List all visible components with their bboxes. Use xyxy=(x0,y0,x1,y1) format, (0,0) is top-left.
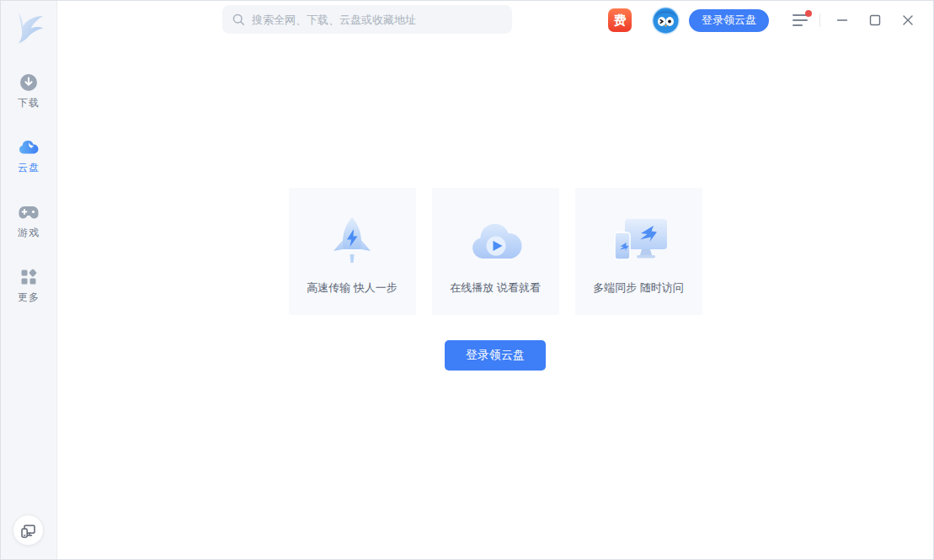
user-avatar[interactable] xyxy=(652,7,680,35)
download-icon xyxy=(19,72,39,93)
main-menu-button[interactable] xyxy=(793,13,808,27)
feature-cards: 高速传输 快人一步 在线播放 说看就看 xyxy=(57,188,933,315)
cloud-play-icon xyxy=(468,211,522,269)
close-button[interactable] xyxy=(899,12,916,29)
feature-card-speed: 高速传输 快人一步 xyxy=(289,188,416,315)
minimize-icon xyxy=(836,14,848,26)
minimize-button[interactable] xyxy=(834,12,851,29)
search-icon xyxy=(232,13,245,26)
gamepad-icon xyxy=(19,202,39,222)
sidebar-item-cloud[interactable]: 云盘 xyxy=(3,137,54,175)
sidebar-item-more[interactable]: 更多 xyxy=(3,267,54,305)
bird-avatar-icon xyxy=(652,7,680,35)
remote-device-button[interactable] xyxy=(13,515,44,546)
sidebar-item-label: 更多 xyxy=(18,291,40,305)
feature-card-label: 高速传输 快人一步 xyxy=(307,280,398,296)
sidebar-item-label: 下载 xyxy=(18,96,40,110)
cloud-icon xyxy=(19,137,39,157)
feature-card-sync: 多端同步 随时访问 xyxy=(575,188,702,315)
more-grid-icon xyxy=(19,267,39,287)
feature-card-play: 在线播放 说看就看 xyxy=(432,188,559,315)
search-box[interactable] xyxy=(222,5,512,34)
sidebar-item-games[interactable]: 游戏 xyxy=(3,202,54,240)
rocket-speed-icon xyxy=(325,211,379,269)
multi-device-sync-icon xyxy=(606,211,670,269)
search-input[interactable] xyxy=(252,13,502,26)
maximize-button[interactable] xyxy=(867,12,883,29)
maximize-icon xyxy=(869,14,881,26)
sidebar-nav: 下载 云盘 xyxy=(3,72,54,305)
fee-promo-icon[interactable]: 费 xyxy=(608,8,632,32)
cloud-drive-landing: 高速传输 快人一步 在线播放 说看就看 xyxy=(57,40,933,559)
topbar-right-controls: 费 登录领云盘 xyxy=(608,1,933,40)
sidebar-item-label: 游戏 xyxy=(18,226,40,240)
fee-promo-label: 费 xyxy=(614,13,627,29)
sidebar: 下载 云盘 xyxy=(1,1,57,559)
device-transfer-icon xyxy=(20,522,37,539)
app-window: 下载 云盘 xyxy=(0,0,934,560)
main-column: 费 登录领云盘 xyxy=(57,1,933,559)
topbar: 费 登录领云盘 xyxy=(57,1,933,40)
app-logo-bird-icon[interactable] xyxy=(8,7,49,47)
notification-dot xyxy=(805,10,812,17)
sidebar-item-label: 云盘 xyxy=(18,161,40,175)
close-icon xyxy=(902,14,914,26)
login-cloud-cta-button[interactable]: 登录领云盘 xyxy=(445,340,546,371)
feature-card-label: 在线播放 说看就看 xyxy=(450,280,541,296)
divider xyxy=(819,13,820,27)
login-cloud-button[interactable]: 登录领云盘 xyxy=(689,9,769,32)
sidebar-item-download[interactable]: 下载 xyxy=(3,72,54,110)
feature-card-label: 多端同步 随时访问 xyxy=(593,280,684,296)
